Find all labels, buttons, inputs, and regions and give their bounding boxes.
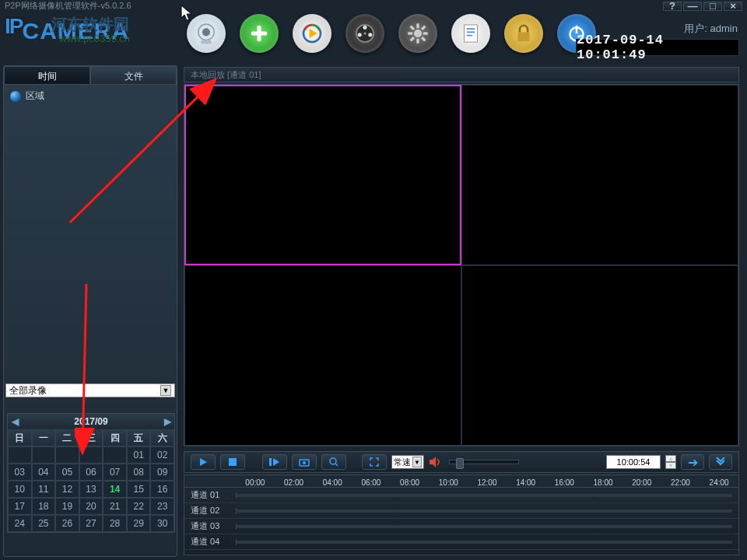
video-quad-4[interactable] [461,265,738,446]
svg-rect-4 [251,31,267,35]
calendar-dow: 日 [8,429,32,446]
calendar-day[interactable]: 28 [103,515,127,532]
fullscreen-button[interactable] [362,454,387,470]
step-button[interactable] [262,454,287,470]
calendar-day[interactable]: 15 [127,481,151,498]
lock-icon[interactable] [504,14,543,53]
app-logo: 河东软件园 www.pc0359.cn IP CAMERA [5,8,176,54]
calendar-day[interactable]: 11 [32,481,56,498]
calendar-day[interactable]: 05 [55,464,79,481]
calendar-dow: 三 [79,429,103,446]
calendar-day[interactable]: 26 [55,515,79,532]
reel-icon[interactable] [345,14,384,53]
time-spinner[interactable]: ▲▼ [665,455,676,469]
calendar-day[interactable]: 24 [8,515,32,532]
gear-icon[interactable] [398,14,437,53]
help-button[interactable]: ? [663,2,682,11]
stop-button[interactable] [220,454,245,470]
timeline-track[interactable] [236,509,732,513]
play-button[interactable] [191,454,216,470]
time-input[interactable]: 10:00:54 [606,455,661,469]
video-header: 本地回放 [通道 01] [184,67,739,82]
calendar-day[interactable]: 17 [8,498,32,515]
record-type-select[interactable]: 全部录像 ▼ [5,383,175,397]
timeline-hour: 20:00 [622,478,661,487]
calendar-day[interactable]: 03 [8,464,32,481]
svg-line-35 [335,464,338,466]
video-quad-2[interactable] [461,85,738,265]
timeline-hour: 00:00 [236,478,275,487]
timeline-channel-label: 通道 04 [184,536,236,548]
snapshot-button[interactable] [292,454,317,470]
timeline-channel-row[interactable]: 通道 01 [184,488,738,503]
calendar-day[interactable]: 02 [150,446,174,464]
calendar-day[interactable]: 07 [103,464,127,481]
calendar-day[interactable]: 18 [32,498,56,515]
calendar-day[interactable]: 23 [150,498,174,515]
video-quad-1[interactable] [184,85,461,265]
calendar-day[interactable]: 04 [32,464,56,481]
svg-point-10 [358,33,362,37]
timeline-channel-row[interactable]: 通道 03 [184,519,738,534]
calendar-day[interactable]: 01 [127,446,151,464]
calendar-dow: 一 [32,429,56,446]
tab-file[interactable]: 文件 [90,66,177,85]
calendar-day[interactable]: 09 [150,464,174,481]
timeline-channel-row[interactable]: 通道 02 [184,503,738,519]
calendar-day[interactable]: 06 [79,464,103,481]
calendar-dow: 六 [150,429,174,446]
calendar-day[interactable]: 22 [127,498,151,515]
zone-root[interactable]: 区域 [10,89,170,103]
maximize-button[interactable]: □ [703,2,722,11]
calendar-day[interactable]: 16 [150,481,174,498]
calendar-day [8,446,32,464]
calendar-day [55,446,79,464]
video-quad-3[interactable] [184,265,461,446]
calendar-day[interactable]: 27 [79,515,103,532]
calendar-day[interactable]: 08 [127,464,151,481]
calendar-day[interactable]: 14 [103,481,127,498]
timeline-track[interactable] [236,494,732,497]
expand-button[interactable] [709,454,732,470]
timeline-ruler: 00:0002:0004:0006:0008:0010:0012:0014:00… [184,475,738,488]
window-buttons: ? — □ × [663,2,742,11]
speed-select[interactable]: 常速 ▼ [391,455,424,469]
camera-icon[interactable] [187,14,226,53]
calendar-day[interactable]: 21 [103,498,127,515]
volume-slider[interactable] [449,460,519,464]
calendar-day[interactable]: 30 [150,515,174,532]
calendar-day[interactable]: 29 [127,515,151,532]
media-play-icon[interactable] [293,14,331,53]
log-icon[interactable] [451,14,490,53]
calendar-prev[interactable]: ◀ [8,416,22,427]
calendar-day[interactable]: 20 [79,498,103,515]
zoom-button[interactable] [321,454,346,470]
svg-marker-31 [273,458,279,466]
calendar-day[interactable]: 19 [55,498,79,515]
calendar-day[interactable]: 12 [55,481,79,498]
goto-button[interactable]: ➔ [681,454,704,470]
timeline-channel-row[interactable]: 通道 04 [184,534,738,550]
timeline-hour: 02:00 [275,478,314,487]
svg-point-1 [202,28,210,36]
calendar-day[interactable]: 25 [32,515,56,532]
svg-point-9 [368,33,372,37]
speaker-icon[interactable] [429,456,441,468]
clock: 2017-09-14 10:01:49 [576,39,739,56]
calendar-day[interactable]: 10 [8,481,32,498]
calendar-day[interactable]: 13 [79,481,103,498]
calendar-next[interactable]: ▶ [160,416,174,427]
minimize-button[interactable]: — [683,2,702,11]
tab-time[interactable]: 时间 [4,66,90,85]
dropdown-arrow-icon: ▼ [412,457,422,467]
timeline-track[interactable] [236,541,732,544]
watermark-text: 河东软件园 [51,14,129,35]
timeline-hour: 06:00 [352,478,391,487]
watermark-url: www.pc0359.cn [59,33,130,44]
video-grid [184,84,739,446]
left-panel: 时间 文件 区域 全部录像 ▼ ◀ 2017/09 ▶ 日一二三四五六01020… [3,65,177,557]
svg-rect-30 [269,458,272,466]
add-icon[interactable] [240,14,279,53]
close-button[interactable]: × [724,2,742,11]
timeline-track[interactable] [236,525,732,528]
